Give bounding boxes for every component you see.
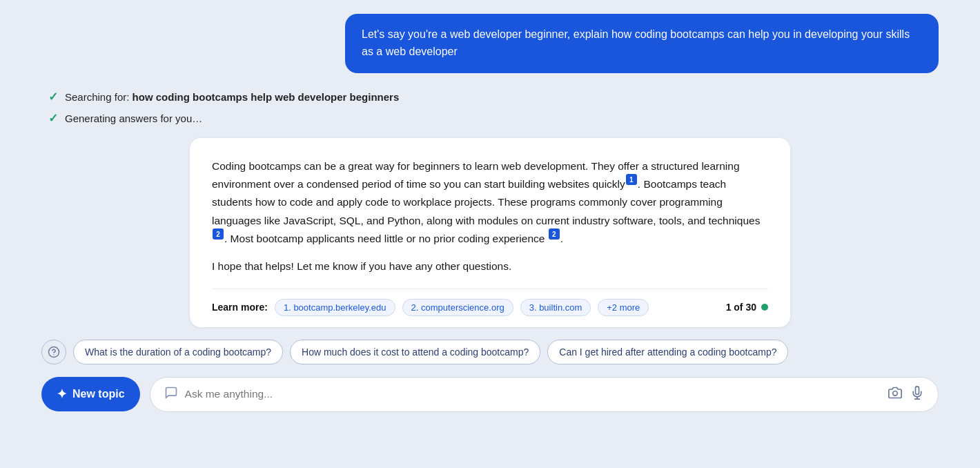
input-box: [150, 377, 939, 412]
green-dot: [761, 304, 768, 311]
status-search-row: ✓ Searching for: how coding bootcamps he…: [48, 90, 939, 104]
input-row: ✦ New topic: [41, 377, 939, 412]
learn-more-button[interactable]: +2 more: [598, 299, 649, 316]
suggestions-icon: [41, 340, 66, 364]
status-generating-row: ✓ Generating answers for you…: [48, 111, 939, 126]
status-section: ✓ Searching for: how coding bootcamps he…: [41, 90, 939, 126]
status-generating-text: Generating answers for you…: [65, 113, 202, 124]
camera-icon[interactable]: [888, 386, 902, 403]
suggestion-2[interactable]: How much does it cost to attend a coding…: [290, 340, 540, 364]
new-topic-button[interactable]: ✦ New topic: [41, 377, 140, 411]
user-message-row: Let's say you're a web developer beginne…: [41, 14, 939, 73]
answer-paragraph-1: Coding bootcamps can be a great way for …: [212, 157, 768, 248]
answer-paragraph-2: I hope that helps! Let me know if you ha…: [212, 257, 768, 275]
learn-more-label: Learn more:: [212, 302, 268, 313]
user-message-text: Let's say you're a web developer beginne…: [362, 28, 910, 57]
suggestion-1[interactable]: What is the duration of a coding bootcam…: [73, 340, 283, 364]
mic-icon[interactable]: [910, 386, 924, 403]
learn-link-2[interactable]: 2. computerscience.org: [402, 299, 513, 316]
learn-more-count: 1 of 30: [726, 302, 768, 313]
ref-2: 2: [213, 228, 224, 240]
learn-more-bar: Learn more: 1. bootcamp.berkeley.edu 2. …: [212, 289, 768, 327]
check-icon-search: ✓: [48, 90, 58, 104]
user-bubble: Let's say you're a web developer beginne…: [345, 14, 939, 73]
learn-link-3[interactable]: 3. builtin.com: [520, 299, 591, 316]
suggestion-3[interactable]: Can I get hired after attending a coding…: [547, 340, 788, 364]
ask-input[interactable]: [185, 388, 881, 400]
answer-card: Coding bootcamps can be a great way for …: [190, 138, 790, 327]
suggestions-row: What is the duration of a coding bootcam…: [41, 340, 939, 364]
learn-link-1[interactable]: 1. bootcamp.berkeley.edu: [275, 299, 395, 316]
ref-3: 2: [549, 228, 560, 240]
input-action-icons: [888, 386, 924, 403]
chat-icon: [164, 386, 178, 403]
new-topic-label: New topic: [72, 388, 125, 400]
status-search-text: Searching for: how coding bootcamps help…: [65, 91, 399, 103]
check-icon-generating: ✓: [48, 111, 58, 126]
ref-1: 1: [626, 174, 637, 185]
wand-icon: ✦: [57, 387, 67, 402]
answer-text: Coding bootcamps can be a great way for …: [212, 157, 768, 276]
svg-point-2: [893, 391, 898, 396]
